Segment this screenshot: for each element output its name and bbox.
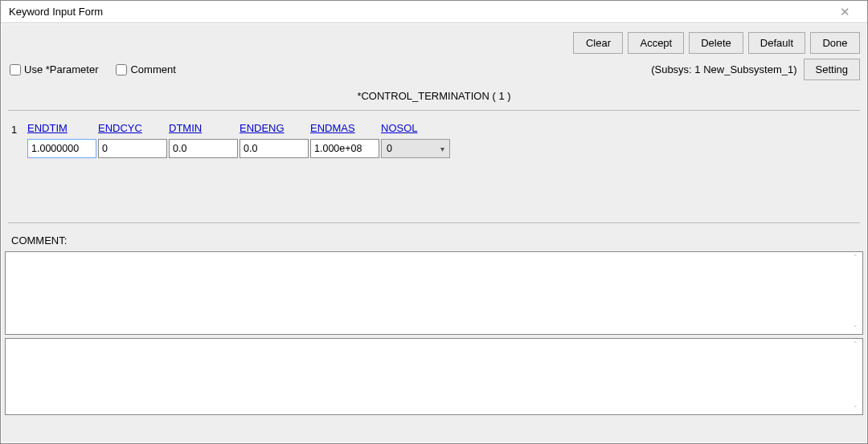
comment-input[interactable] <box>116 64 127 75</box>
param-header-row: 1 ENDTIM ENDCYC DTMIN ENDENG ENDMAS NOSO… <box>11 122 860 137</box>
comment-textarea-wrap-1: ˄ ˅ <box>5 251 863 335</box>
close-icon[interactable]: ✕ <box>829 5 861 19</box>
label-dtmin[interactable]: DTMIN <box>169 122 202 134</box>
dtmin-input[interactable] <box>169 139 238 158</box>
chevron-down-icon: ▾ <box>440 145 444 153</box>
keyword-title: *CONTROL_TERMINATION ( 1 ) <box>8 85 860 111</box>
endcyc-input[interactable] <box>98 139 167 158</box>
comment-textarea-1[interactable] <box>5 251 863 335</box>
params-section: 1 ENDTIM ENDCYC DTMIN ENDENG ENDMAS NOSO… <box>2 111 866 165</box>
comment-label: COMMENT: <box>2 223 866 251</box>
delete-button[interactable]: Delete <box>689 32 743 54</box>
use-parameter-checkbox[interactable]: Use *Parameter <box>10 63 98 75</box>
label-endeng[interactable]: ENDENG <box>240 122 285 134</box>
subsys-label: (Subsys: 1 New_Subsystem_1) <box>651 63 796 75</box>
label-endmas[interactable]: ENDMAS <box>310 122 355 134</box>
window-title: Keyword Input Form <box>9 6 103 18</box>
comment-checkbox[interactable]: Comment <box>116 63 175 75</box>
endtim-input[interactable] <box>27 139 96 158</box>
clear-button[interactable]: Clear <box>573 32 623 54</box>
param-input-row: 0 ▾ <box>27 139 860 158</box>
options-bar: Use *Parameter Comment (Subsys: 1 New_Su… <box>2 59 866 85</box>
label-endcyc[interactable]: ENDCYC <box>98 122 142 134</box>
content-area: Clear Accept Delete Default Done Use *Pa… <box>1 23 867 443</box>
nosol-select[interactable]: 0 ▾ <box>381 139 450 158</box>
accept-button[interactable]: Accept <box>628 32 684 54</box>
endeng-input[interactable] <box>240 139 309 158</box>
row-number: 1 <box>11 124 23 136</box>
setting-button[interactable]: Setting <box>804 59 860 80</box>
title-bar: Keyword Input Form ✕ <box>1 1 867 23</box>
label-endtim[interactable]: ENDTIM <box>27 122 68 134</box>
label-nosol[interactable]: NOSOL <box>381 122 418 134</box>
use-parameter-label: Use *Parameter <box>24 63 98 75</box>
comment-textarea-wrap-2: ˄ ˅ <box>5 338 863 415</box>
right-options: (Subsys: 1 New_Subsystem_1) Setting <box>651 59 860 80</box>
use-parameter-input[interactable] <box>10 64 21 75</box>
comment-option-label: Comment <box>130 63 175 75</box>
nosol-value: 0 <box>387 143 392 154</box>
default-button[interactable]: Default <box>748 32 805 54</box>
endmas-input[interactable] <box>310 139 379 158</box>
done-button[interactable]: Done <box>810 32 860 54</box>
toolbar: Clear Accept Delete Default Done <box>2 24 866 59</box>
left-options: Use *Parameter Comment <box>10 63 176 75</box>
comment-textarea-2[interactable] <box>5 338 863 415</box>
